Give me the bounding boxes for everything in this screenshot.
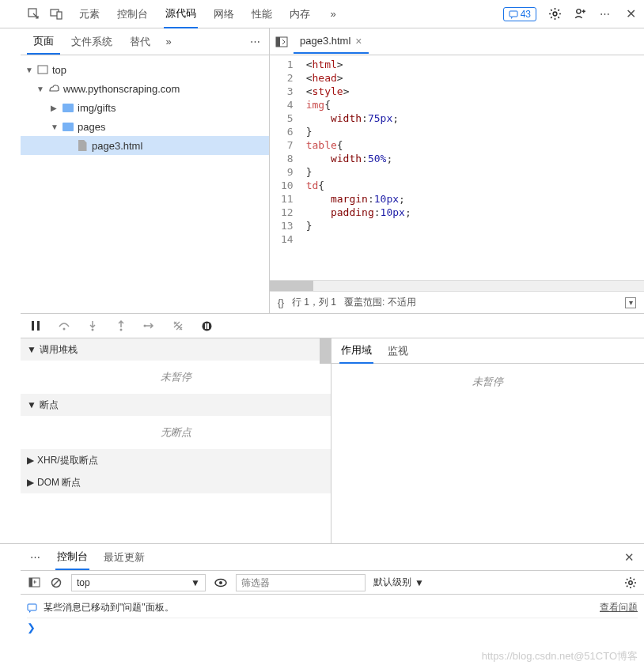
file-tab-close-icon[interactable]: ×	[355, 35, 362, 47]
drawer-tab-console[interactable]: 控制台	[55, 545, 89, 570]
file-tab-label: page3.html	[300, 35, 350, 47]
drawer-tab-recent[interactable]: 最近更新	[102, 546, 146, 569]
debugger-right: 作用域 监视 未暂停	[331, 338, 644, 543]
editor-panel: page3.html × 1234567891011121314 <html><…	[270, 28, 644, 313]
breakpoints-header[interactable]: ▼断点	[21, 394, 331, 416]
debugger-toolbar	[21, 313, 644, 338]
svg-rect-25	[28, 604, 36, 610]
main-toolbar: 元素 控制台 源代码 网络 性能 内存 » 43 ⋯ ✕	[0, 0, 644, 28]
svg-point-13	[120, 329, 123, 331]
dbg-v-scrollbar[interactable]	[320, 338, 331, 364]
svg-rect-19	[29, 578, 32, 587]
more-tabs-icon[interactable]: »	[326, 7, 340, 21]
tab-network[interactable]: 网络	[212, 1, 236, 28]
console-prompt[interactable]: ❯	[27, 618, 638, 637]
watermark: https://blog.csdn.net@51CTO博客	[482, 649, 638, 663]
svg-rect-10	[37, 321, 40, 331]
navigator-tabs: 页面 文件系统 替代 » ⋯	[21, 28, 269, 55]
dom-header[interactable]: ▶DOM 断点	[21, 471, 331, 493]
tree-folder-img[interactable]: ▶ img/gifts	[21, 98, 269, 117]
coverage-label: 覆盖范围: 不适用	[344, 296, 416, 309]
svg-point-15	[202, 321, 211, 331]
nav-menu-icon[interactable]: ⋯	[248, 35, 263, 49]
pause-exceptions-icon[interactable]	[199, 319, 214, 333]
tab-elements[interactable]: 元素	[78, 1, 101, 28]
account-icon[interactable]	[573, 7, 587, 21]
deactivate-breakpoints-icon[interactable]	[171, 319, 185, 333]
nav-more-icon[interactable]: »	[161, 35, 176, 49]
line-gutter: 1234567891011121314	[270, 55, 301, 280]
tree-domain[interactable]: ▼ www.pythonscraping.com	[21, 79, 269, 98]
console-drawer-tabs: ⋯ 控制台 最近更新 ✕	[21, 544, 644, 571]
svg-point-23	[219, 581, 222, 584]
drawer-close-icon[interactable]: ✕	[622, 550, 636, 565]
more-icon[interactable]: ⋯	[598, 7, 612, 21]
debugger-left: ▼调用堆栈 未暂停 ▼断点 无断点 ▶XHR/提取断点 ▶DOM 断点	[21, 338, 331, 543]
svg-point-4	[553, 12, 557, 16]
svg-line-21	[53, 580, 59, 586]
tree-domain-label: www.pythonscraping.com	[63, 83, 180, 95]
console-gear-icon[interactable]	[623, 576, 638, 590]
nav-tab-page[interactable]: 页面	[27, 29, 60, 55]
svg-rect-16	[205, 323, 206, 329]
scope-tabs: 作用域 监视	[331, 338, 644, 364]
file-tab-page3[interactable]: page3.html ×	[294, 30, 369, 54]
tab-console[interactable]: 控制台	[116, 1, 150, 28]
console-sidebar-icon[interactable]	[27, 576, 41, 590]
message-icon	[27, 603, 37, 613]
tree-file-label: page3.html	[92, 140, 142, 152]
close-icon[interactable]: ✕	[623, 7, 638, 21]
toggle-icon[interactable]: ▾	[625, 297, 636, 308]
inspect-icon[interactable]	[27, 7, 41, 21]
tab-memory[interactable]: 内存	[288, 1, 312, 28]
tree-top[interactable]: ▼ top	[21, 60, 269, 79]
tree-folder-pages[interactable]: ▼ pages	[21, 117, 269, 136]
callstack-header[interactable]: ▼调用堆栈	[21, 338, 331, 361]
cursor-position: 行 1，列 1	[292, 296, 336, 309]
svg-rect-9	[32, 321, 34, 331]
step-over-icon[interactable]	[57, 319, 71, 333]
context-selector[interactable]: top▼	[71, 574, 206, 591]
tree-folder-pages-label: pages	[78, 121, 105, 133]
sources-panel: 页面 文件系统 替代 » ⋯ ▼ top ▼ www.pythonscrapin…	[0, 28, 644, 313]
editor-h-scrollbar[interactable]	[270, 280, 644, 291]
pause-icon[interactable]	[28, 319, 43, 333]
level-selector[interactable]: 默认级别▼	[373, 576, 424, 589]
nav-tab-overrides[interactable]: 替代	[123, 30, 157, 54]
toggle-navigator-icon[interactable]	[275, 35, 289, 49]
clear-console-icon[interactable]	[49, 576, 63, 590]
tab-sources[interactable]: 源代码	[164, 0, 198, 28]
console-message-link[interactable]: 查看问题	[600, 601, 638, 614]
step-into-icon[interactable]	[85, 319, 100, 333]
tab-performance[interactable]: 性能	[250, 1, 274, 28]
svg-rect-6	[38, 66, 47, 74]
messages-count: 43	[521, 9, 531, 20]
gear-icon[interactable]	[547, 7, 562, 21]
code-content: <html><head><style>img{ width:75px;}tabl…	[301, 55, 644, 280]
navigator-panel: 页面 文件系统 替代 » ⋯ ▼ top ▼ www.pythonscrapin…	[21, 28, 270, 313]
editor-tabs: page3.html ×	[270, 28, 644, 55]
drawer-menu-icon[interactable]: ⋯	[28, 550, 43, 565]
console-filter-bar: top▼ 默认级别▼	[21, 571, 644, 595]
svg-rect-3	[510, 11, 517, 17]
filter-input[interactable]	[236, 574, 366, 591]
live-expression-icon[interactable]	[214, 576, 228, 590]
svg-point-14	[144, 325, 146, 327]
callstack-body: 未暂停	[21, 361, 331, 394]
step-out-icon[interactable]	[114, 319, 128, 333]
svg-point-5	[576, 9, 580, 13]
device-icon[interactable]	[49, 7, 63, 21]
watch-tab[interactable]: 监视	[386, 339, 410, 363]
breakpoints-body: 无断点	[21, 416, 331, 449]
step-icon[interactable]	[142, 319, 157, 333]
messages-badge[interactable]: 43	[503, 7, 536, 21]
code-editor[interactable]: 1234567891011121314 <html><head><style>i…	[270, 55, 644, 280]
svg-rect-8	[276, 37, 280, 47]
svg-point-24	[629, 580, 632, 584]
editor-status: {} 行 1，列 1 覆盖范围: 不适用 ▾	[270, 291, 644, 313]
nav-tab-filesystem[interactable]: 文件系统	[65, 30, 119, 54]
scope-tab[interactable]: 作用域	[339, 338, 373, 364]
xhr-header[interactable]: ▶XHR/提取断点	[21, 449, 331, 471]
pretty-print-icon[interactable]: {}	[278, 297, 284, 308]
tree-file-page3[interactable]: page3.html	[21, 136, 269, 155]
